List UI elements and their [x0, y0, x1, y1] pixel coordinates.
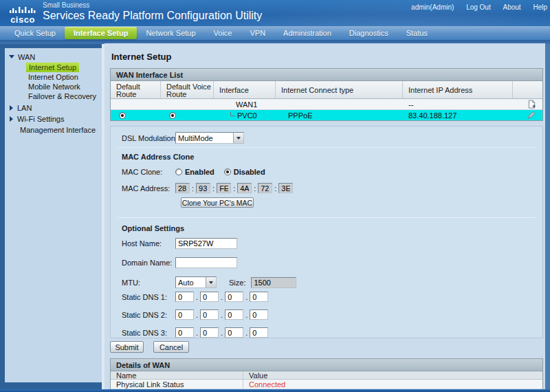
tab-network-setup[interactable]: Network Setup	[137, 29, 204, 37]
static-dns-3-row: Static DNS 3: . . .	[122, 327, 268, 338]
tab-voice[interactable]: Voice	[205, 29, 241, 37]
nav-tabs: Quick Setup Interface Setup Network Setu…	[0, 26, 550, 40]
dot-separator: .	[221, 293, 223, 301]
sidebar-item-lan[interactable]: LAN	[5, 103, 102, 112]
edit-interface-button[interactable]	[527, 111, 536, 119]
radio-default-voice-route[interactable]	[169, 112, 176, 119]
mac-octet-input-0[interactable]	[175, 183, 190, 193]
static-dns-3-octet-3[interactable]	[250, 327, 268, 338]
tab-interface-setup[interactable]: Interface Setup	[65, 27, 137, 39]
tab-administration[interactable]: Administration	[274, 29, 340, 37]
clone-button-row: Clone Your PC's MAC	[181, 197, 254, 208]
dot-separator: .	[245, 293, 248, 301]
mac-clone-radio-disabled[interactable]	[224, 168, 231, 175]
about-link[interactable]: About	[503, 3, 521, 11]
tab-status[interactable]: Status	[397, 29, 437, 37]
static-dns-2-octet-3[interactable]	[250, 309, 268, 320]
radio-default-route[interactable]	[119, 112, 126, 119]
mac-octet-input-2[interactable]	[217, 183, 231, 193]
domain-name-label: Domain Name:	[122, 259, 175, 267]
static-dns-2-octet-2[interactable]	[225, 309, 243, 320]
chevron-down-icon	[233, 133, 243, 143]
mac-clone-label: MAC Clone:	[122, 168, 175, 176]
static-dns-2-octet-0[interactable]	[175, 309, 194, 320]
tab-quick-setup[interactable]: Quick Setup	[6, 29, 65, 37]
static-dns-1-octet-0[interactable]	[175, 292, 194, 302]
dsl-modulation-select[interactable]: MultiMode	[175, 132, 244, 144]
sidebar-item-wan[interactable]: WAN	[5, 52, 102, 61]
wan-list-title: WAN Interface List	[111, 69, 542, 81]
static-dns-3-octet-1[interactable]	[200, 327, 219, 338]
table-row-wan1[interactable]: WAN1 --	[111, 99, 542, 109]
static-dns-1-label: Static DNS 1:	[122, 293, 175, 301]
wan-interface-list-panel: WAN Interface List Default Route Default…	[110, 68, 543, 121]
sidebar-item-label: WAN	[18, 53, 35, 61]
submit-button[interactable]: Submit	[110, 341, 144, 353]
wan-children: Internet Setup Internet Option Mobile Ne…	[5, 63, 102, 101]
internet-setup-form: DSL Modulation: MultiMode MAC Address Cl…	[110, 126, 543, 338]
colon-separator: :	[212, 184, 214, 193]
mac-octet-input-1[interactable]	[196, 183, 210, 193]
mtu-size-input[interactable]	[251, 277, 296, 288]
mac-octet-input-4[interactable]	[258, 183, 272, 193]
section-divider	[118, 217, 536, 218]
chevron-down-icon[interactable]	[9, 55, 14, 58]
host-name-input[interactable]	[175, 238, 237, 249]
colon-separator: :	[254, 184, 256, 193]
wan-list-header-row: Default Route Default Voice Route Interf…	[111, 81, 542, 99]
app-title: Services Ready Platform Configuration Ut…	[43, 10, 262, 22]
static-dns-1-octet-1[interactable]	[200, 292, 219, 302]
logout-link[interactable]: Log Out	[466, 3, 491, 11]
cell-ip-address: --	[403, 99, 513, 109]
col-value: Value	[243, 371, 542, 379]
sidebar-item-label: LAN	[17, 104, 32, 112]
static-dns-1-row: Static DNS 1: . . .	[122, 292, 268, 302]
mac-clone-disabled-label: Disabled	[234, 168, 265, 176]
mac-clone-radio-enabled[interactable]	[175, 168, 182, 175]
clone-pc-mac-button[interactable]: Clone Your PC's MAC	[181, 197, 254, 208]
sidebar-item-mobile-network[interactable]: Mobile Network	[28, 83, 102, 91]
mac-address-clone-heading: MAC Address Clone	[122, 153, 194, 161]
sidebar-item-internet-setup[interactable]: Internet Setup	[26, 63, 79, 72]
help-link[interactable]: Help	[533, 3, 547, 11]
sidebar-item-management-interface[interactable]: Management Interface	[5, 125, 102, 134]
mtu-select[interactable]: Auto	[175, 276, 217, 288]
cisco-logo: cisco	[7, 3, 38, 24]
domain-name-input[interactable]	[175, 257, 237, 268]
tab-vpn[interactable]: VPN	[241, 29, 274, 37]
page-title: Internet Setup	[111, 52, 545, 62]
dot-separator: .	[196, 311, 198, 319]
cell-connect-type	[276, 99, 403, 109]
sidebar-item-internet-option[interactable]: Internet Option	[28, 73, 102, 82]
sidebar-item-wifi-settings[interactable]: Wi-Fi Settings	[5, 114, 102, 123]
mac-octet-input-3[interactable]	[237, 183, 252, 193]
static-dns-3-label: Static DNS 3:	[122, 329, 175, 337]
tab-diagnostics[interactable]: Diagnostics	[340, 29, 397, 37]
add-document-icon	[528, 100, 536, 109]
static-dns-1-octet-3[interactable]	[250, 292, 268, 302]
col-default-voice-route: Default Voice Route	[161, 81, 214, 98]
chevron-down-icon	[206, 277, 216, 287]
domain-name-row: Domain Name:	[122, 257, 237, 268]
static-dns-2-octet-1[interactable]	[200, 309, 219, 320]
sidebar-item-failover-recovery[interactable]: Failover & Recovery	[28, 92, 102, 101]
chevron-right-icon[interactable]	[10, 105, 13, 111]
mac-octet-input-5[interactable]	[278, 183, 293, 193]
static-dns-3-octet-0[interactable]	[175, 327, 194, 338]
mac-address-label: MAC Address:	[122, 184, 175, 193]
add-interface-button[interactable]	[528, 100, 536, 109]
cisco-logo-bars-icon	[10, 7, 36, 13]
tree-branch-icon	[230, 112, 235, 116]
details-title: Details of WAN	[111, 359, 542, 371]
dot-separator: .	[196, 293, 198, 301]
static-dns-1-octet-2[interactable]	[225, 292, 243, 302]
static-dns-3-octet-2[interactable]	[225, 327, 243, 338]
table-row-pvc0[interactable]: PVC0 PPPoE 83.40.188.127	[111, 109, 542, 120]
dsl-modulation-row: DSL Modulation: MultiMode	[122, 132, 244, 144]
colon-separator: :	[274, 184, 276, 193]
dot-separator: .	[245, 311, 248, 319]
cancel-button[interactable]: Cancel	[153, 341, 189, 353]
brand-text: cisco	[7, 16, 38, 24]
chevron-right-icon[interactable]	[10, 116, 13, 122]
section-divider	[118, 147, 536, 148]
